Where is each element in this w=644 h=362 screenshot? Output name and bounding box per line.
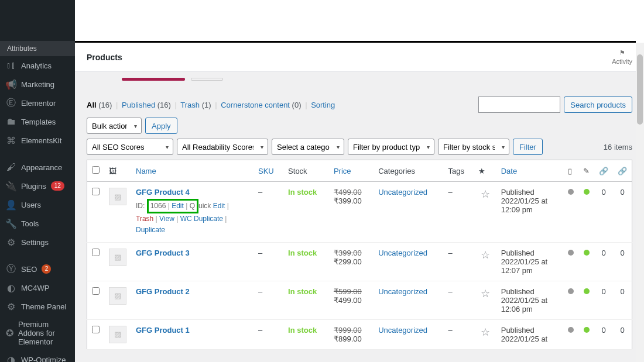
search-input[interactable]	[478, 96, 560, 113]
action-edit[interactable]: Edit	[172, 202, 184, 210]
sidebar-item-elementor[interactable]: ⒺElementor	[0, 94, 75, 112]
tags-value: –	[448, 188, 453, 196]
row-checkbox[interactable]	[92, 188, 100, 195]
price-old: ₹399.00	[334, 249, 362, 257]
placeholder-icon: ▨	[114, 192, 121, 201]
category-link[interactable]: Uncategorized	[378, 249, 427, 257]
linked-count: 0	[620, 188, 624, 196]
sidebar-item-premium-addons-for-elementor[interactable]: ✪Premium Addons for Elementor	[0, 316, 75, 350]
sidebar-item-elementskit[interactable]: ⌘ElementsKit	[0, 131, 75, 150]
category-link[interactable]: Uncategorized	[378, 287, 427, 296]
sidebar-label: Tools	[21, 219, 39, 228]
filter-cornerstone[interactable]: Cornerstone content	[221, 101, 290, 109]
category-filter-select[interactable]: Select a category	[272, 139, 344, 155]
notice-button-secondary[interactable]	[191, 78, 223, 81]
readability-filter-select[interactable]: All Readability Scores	[177, 139, 268, 155]
select-all-checkbox[interactable]	[92, 166, 100, 174]
action-wc-duplicate[interactable]: WC Duplicate	[180, 215, 223, 223]
linked-count: 0	[620, 326, 624, 335]
table-row: ▨ GFG Product 4 ID: 1066 | Edit | Quick …	[87, 182, 632, 243]
sidebar-item-attributes[interactable]: Attributes	[0, 41, 75, 56]
featured-toggle[interactable]: ☆	[481, 326, 490, 338]
stock-status: In stock	[288, 249, 317, 257]
filter-trash[interactable]: Trash	[180, 101, 200, 109]
product-thumbnail[interactable]: ▨	[109, 287, 126, 305]
search-button[interactable]: Search products	[564, 96, 632, 113]
filter-sorting[interactable]: Sorting	[311, 101, 335, 109]
row-checkbox[interactable]	[92, 287, 100, 295]
sidebar-item-analytics[interactable]: ⫾⫿Analytics	[0, 56, 75, 75]
products-table: 🖼 Name SKU Stock Price Categories Tags ★…	[87, 160, 632, 350]
seo-filter-select[interactable]: All SEO Scores	[87, 139, 173, 155]
sidebar-item-plugins[interactable]: 🔌Plugins 12	[0, 177, 75, 195]
stock-filter-select[interactable]: Filter by stock status	[438, 139, 509, 155]
marketing-icon: 📢	[6, 79, 16, 89]
col-date[interactable]: Date	[501, 167, 517, 175]
product-type-filter-select[interactable]: Filter by product type	[348, 139, 434, 155]
activity-button[interactable]: ⚑ Activity	[612, 49, 632, 65]
category-link[interactable]: Uncategorized	[378, 326, 427, 335]
action-trash[interactable]: Trash	[136, 215, 153, 223]
action-view[interactable]: View	[159, 215, 174, 223]
product-thumbnail[interactable]: ▨	[109, 188, 126, 205]
price-new: ₹299.00	[334, 257, 362, 266]
col-name[interactable]: Name	[136, 167, 156, 175]
price-new: ₹899.00	[334, 335, 362, 343]
sidebar-item-appearance[interactable]: 🖌Appearance	[0, 158, 75, 177]
row-checkbox[interactable]	[92, 326, 100, 333]
wp-optimize-icon: ◑	[6, 354, 16, 362]
price-old: ₹499.00	[334, 188, 362, 196]
readability-dot	[584, 250, 590, 256]
plugins-icon: 🔌	[6, 181, 16, 191]
category-link[interactable]: Uncategorized	[378, 188, 427, 196]
sidebar-item-wp-optimize[interactable]: ◑WP-Optimize	[0, 350, 75, 362]
scrollbar-thumb[interactable]	[637, 54, 643, 125]
action-duplicate[interactable]: Duplicate	[136, 226, 165, 234]
product-thumbnail[interactable]: ▨	[109, 326, 126, 343]
col-sku[interactable]: SKU	[258, 167, 274, 175]
sidebar-item-theme-panel[interactable]: ⚙Theme Panel	[0, 297, 75, 316]
filter-published[interactable]: Published	[122, 101, 155, 109]
sidebar-badge: 2	[42, 264, 51, 274]
sidebar-label: SEO	[21, 265, 37, 274]
product-name-link[interactable]: GFG Product 1	[136, 326, 190, 335]
product-name-link[interactable]: GFG Product 2	[136, 287, 190, 296]
items-count: 16 items	[604, 143, 632, 151]
bulk-actions-select[interactable]: Bulk actions	[87, 118, 142, 134]
product-name-link[interactable]: GFG Product 3	[136, 249, 190, 257]
row-actions: ID: 1066 | Edit | Quick Edit | Trash | V…	[136, 199, 249, 236]
notice-button-primary[interactable]	[122, 78, 185, 81]
product-thumbnail[interactable]: ▨	[109, 249, 126, 266]
sidebar-item-marketing[interactable]: 📢Marketing	[0, 75, 75, 94]
filter-all[interactable]: All	[87, 101, 97, 109]
seo-score-icon: ▯	[568, 167, 572, 175]
col-price[interactable]: Price	[334, 167, 351, 175]
row-checkbox[interactable]	[92, 249, 100, 256]
notice-remnant	[87, 78, 632, 91]
sidebar-item-users[interactable]: 👤Users	[0, 195, 75, 214]
apply-button[interactable]: Apply	[145, 118, 177, 134]
readability-dot	[584, 288, 590, 294]
sidebar-item-templates[interactable]: 🖿Templates	[0, 112, 75, 131]
links-count: 0	[601, 188, 605, 196]
tools-icon: 🔧	[6, 218, 16, 229]
table-row: ▨ GFG Product 2 – In stock ₹599.00₹499.0…	[87, 281, 632, 319]
vertical-scrollbar[interactable]	[636, 43, 644, 362]
tablenav-2: All SEO Scores All Readability Scores Se…	[87, 139, 632, 155]
sidebar-label: ElementsKit	[21, 136, 61, 145]
sidebar-item-mc4wp[interactable]: ◐MC4WP	[0, 278, 75, 297]
col-stock: Stock	[288, 167, 307, 175]
status-links: All (16) | Published (16) | Trash (1) | …	[87, 101, 335, 109]
featured-toggle[interactable]: ☆	[481, 188, 490, 200]
sidebar-item-tools[interactable]: 🔧Tools	[0, 214, 75, 233]
sidebar-label: Analytics	[21, 61, 52, 70]
featured-toggle[interactable]: ☆	[481, 249, 490, 261]
date-value: Published2022/01/25 at12:09 pm	[501, 188, 548, 214]
product-name-link[interactable]: GFG Product 4	[136, 188, 190, 196]
action-quick-edit[interactable]: Edit	[213, 202, 225, 210]
sidebar-item-seo[interactable]: ⓎSEO 2	[0, 260, 75, 278]
image-icon: 🖼	[109, 167, 117, 175]
featured-toggle[interactable]: ☆	[481, 288, 490, 299]
filter-button[interactable]: Filter	[513, 139, 543, 155]
sidebar-item-settings[interactable]: ⚙Settings	[0, 233, 75, 251]
